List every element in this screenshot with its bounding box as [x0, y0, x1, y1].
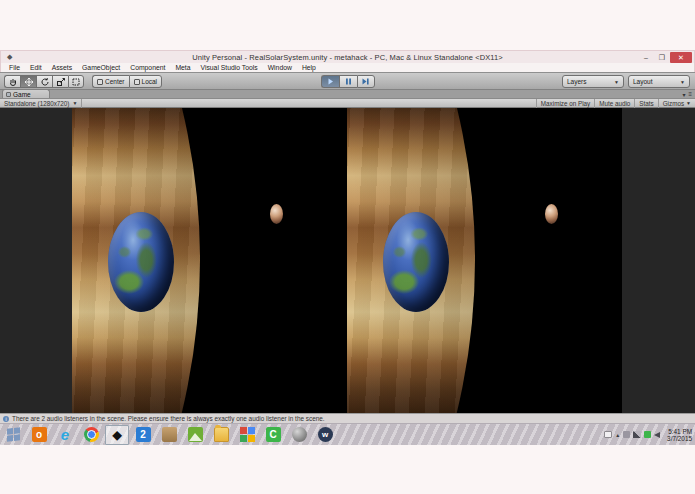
scale-icon	[56, 77, 66, 87]
unity-icon: ◆	[110, 427, 125, 442]
taskbar-file-explorer[interactable]	[209, 425, 233, 445]
taskbar-internet-explorer[interactable]: e	[53, 425, 77, 445]
play-icon	[326, 77, 335, 86]
taskbar-unity[interactable]: ◆	[105, 425, 129, 445]
step-icon	[361, 77, 370, 86]
blue-app-icon: 2	[136, 427, 151, 442]
main-toolbar: Center Local Layers ▼ Layout ▼	[0, 72, 695, 90]
layers-label: Layers	[567, 78, 587, 85]
tab-game-label: Game	[13, 91, 31, 98]
steam-icon	[292, 427, 307, 442]
system-tray: ▲ 5:41 PM 3/7/2015	[604, 428, 695, 442]
gizmos-dropdown[interactable]: Gizmos ▼	[658, 99, 695, 108]
close-button[interactable]: ✕	[670, 52, 692, 63]
taskbar-media-app[interactable]: w	[313, 425, 337, 445]
outlook-icon: o	[32, 427, 47, 442]
menu-file[interactable]: File	[4, 63, 25, 72]
menu-window[interactable]: Window	[263, 63, 297, 72]
taskbar-clock[interactable]: 5:41 PM 3/7/2015	[663, 428, 692, 442]
gizmos-label: Gizmos	[663, 100, 684, 107]
step-button[interactable]	[357, 75, 375, 88]
start-button[interactable]	[1, 425, 25, 445]
transform-tools	[4, 75, 84, 88]
stats-toggle[interactable]: Stats	[634, 99, 657, 108]
globe-icon	[134, 79, 140, 85]
move-tool-button[interactable]	[20, 75, 36, 88]
menu-component[interactable]: Component	[125, 63, 170, 72]
volume-icon[interactable]	[654, 432, 660, 438]
earth-planet	[108, 212, 174, 312]
menu-gameobject[interactable]: GameObject	[77, 63, 125, 72]
mute-audio-toggle[interactable]: Mute audio	[594, 99, 634, 108]
taskbar-steam[interactable]	[287, 425, 311, 445]
taskbar-files-box[interactable]	[157, 425, 181, 445]
toolbar-dropdowns: Layers ▼ Layout ▼	[562, 75, 690, 88]
menu-assets[interactable]: Assets	[47, 63, 77, 72]
tray-expand-icon[interactable]: ▲	[615, 432, 620, 438]
rect-tool-button[interactable]	[68, 75, 84, 88]
pivot-toggle-button[interactable]: Center	[92, 75, 129, 88]
panel-options: ▾ ≡	[682, 91, 692, 98]
game-view-icon	[6, 92, 11, 97]
earth-planet	[383, 212, 449, 312]
pause-button[interactable]	[339, 75, 357, 88]
taskbar-chrome[interactable]	[79, 425, 103, 445]
media-app-icon: w	[318, 427, 333, 442]
menu-meta[interactable]: Meta	[170, 63, 195, 72]
network-icon[interactable]	[633, 431, 641, 438]
aspect-dropdown[interactable]: Standalone (1280x720) ▼	[0, 99, 82, 108]
menu-help[interactable]: Help	[297, 63, 321, 72]
rotate-icon	[40, 77, 50, 87]
status-message: There are 2 audio listeners in the scene…	[12, 415, 325, 422]
internet-explorer-icon: e	[58, 427, 73, 442]
touch-keyboard-icon[interactable]	[604, 431, 612, 438]
layout-dropdown[interactable]: Layout ▼	[628, 75, 690, 88]
layers-dropdown[interactable]: Layers ▼	[562, 75, 624, 88]
taskbar-app-colorful[interactable]	[235, 425, 259, 445]
game-viewport[interactable]	[0, 108, 695, 413]
colorful-app-icon	[240, 427, 255, 442]
panel-menu-icon[interactable]: ≡	[688, 91, 692, 98]
rect-icon	[71, 77, 81, 87]
messaging-icon[interactable]	[644, 431, 651, 438]
stereo-view-right	[347, 108, 622, 413]
play-button[interactable]	[321, 75, 339, 88]
tab-game[interactable]: Game	[2, 89, 50, 98]
maximize-on-play-toggle[interactable]: Maximize on Play	[536, 99, 594, 108]
maximize-button[interactable]: ❒	[654, 52, 670, 63]
chevron-down-icon: ▼	[72, 100, 77, 106]
photos-icon	[188, 427, 203, 442]
status-bar[interactable]: i There are 2 audio listeners in the sce…	[0, 413, 695, 423]
unity-app-icon: ◆	[7, 53, 15, 61]
game-view-options: Maximize on Play Mute audio Stats Gizmos…	[536, 99, 695, 108]
aspect-label: Standalone (1280x720)	[4, 100, 69, 107]
info-icon: i	[3, 416, 9, 422]
action-center-icon[interactable]	[623, 431, 630, 438]
space-toggle-button[interactable]: Local	[129, 75, 163, 88]
chrome-icon	[84, 427, 99, 442]
rotate-tool-button[interactable]	[36, 75, 52, 88]
panel-dropdown-icon[interactable]: ▾	[682, 91, 685, 98]
clock-date: 3/7/2015	[667, 435, 692, 442]
clock-time: 5:41 PM	[667, 428, 692, 435]
folder-icon	[214, 427, 229, 442]
chevron-down-icon: ▼	[680, 79, 685, 85]
pivot-space-toggles: Center Local	[92, 75, 162, 88]
minimize-button[interactable]: –	[638, 52, 654, 63]
menu-bar: File Edit Assets GameObject Component Me…	[0, 63, 695, 72]
taskbar-app-green[interactable]: C	[261, 425, 285, 445]
window-titlebar: ◆ Unity Personal - RealSolarSystem.unity…	[0, 50, 695, 63]
menu-visual-studio-tools[interactable]: Visual Studio Tools	[196, 63, 263, 72]
window-title: Unity Personal - RealSolarSystem.unity -…	[1, 53, 694, 62]
hand-tool-button[interactable]	[4, 75, 20, 88]
menu-edit[interactable]: Edit	[25, 63, 47, 72]
move-icon	[24, 77, 34, 87]
box-icon	[162, 427, 177, 442]
taskbar-app-blue[interactable]: 2	[131, 425, 155, 445]
scale-tool-button[interactable]	[52, 75, 68, 88]
space-label: Local	[142, 78, 158, 85]
playmode-controls	[321, 75, 375, 88]
pivot-icon	[97, 79, 103, 85]
taskbar-outlook[interactable]: o	[27, 425, 51, 445]
taskbar-photos[interactable]	[183, 425, 207, 445]
